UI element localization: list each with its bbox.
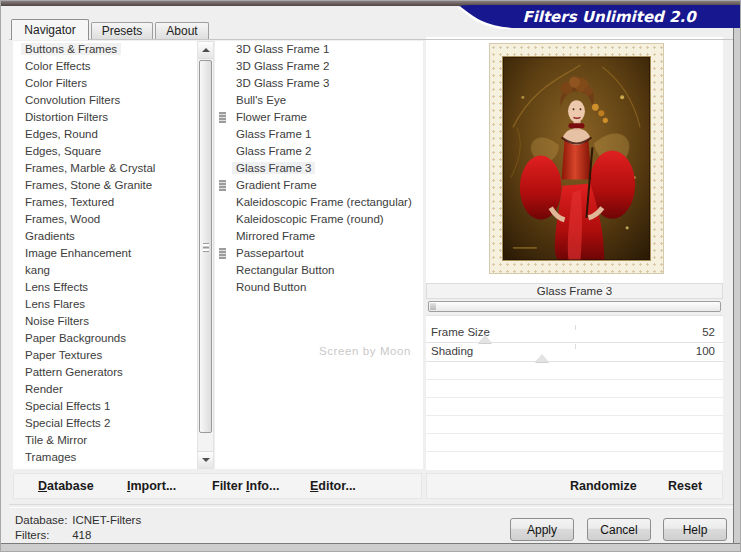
editor-button[interactable]: Editor...	[310, 479, 356, 493]
category-item-label: Special Effects 2	[21, 417, 114, 429]
status-label: Filters:	[15, 528, 69, 543]
filter-list: 3D Glass Frame 13D Glass Frame 23D Glass…	[215, 41, 423, 469]
category-item[interactable]: Frames, Marble & Crystal	[13, 160, 197, 177]
category-scrollbar[interactable]	[197, 41, 214, 469]
category-item[interactable]: Frames, Textured	[13, 194, 197, 211]
arrow-up-icon	[202, 48, 210, 52]
category-item[interactable]: Render	[13, 381, 197, 398]
filter-item-label: 3D Glass Frame 3	[232, 77, 333, 89]
filter-item[interactable]: Mirrored Frame	[215, 228, 423, 245]
category-item[interactable]: Pattern Generators	[13, 364, 197, 381]
scrollbar-thumb[interactable]	[199, 60, 212, 433]
category-item-label: Color Effects	[21, 60, 95, 72]
filter-item-label: Passepartout	[232, 247, 308, 259]
filter-item[interactable]: Kaleidoscopic Frame (round)	[215, 211, 423, 228]
preview-image	[502, 56, 651, 261]
category-item[interactable]: Lens Effects	[13, 279, 197, 296]
tab-navigator[interactable]: Navigator	[11, 19, 89, 40]
category-item-label: Edges, Round	[21, 128, 102, 140]
progress-fill	[430, 303, 436, 310]
watermark-text: Screen by Moon	[285, 345, 445, 357]
filter-item-label: Glass Frame 3	[232, 162, 315, 174]
category-item[interactable]: Lens Flares	[13, 296, 197, 313]
slider-center-tick	[575, 344, 576, 349]
category-item-label: Frames, Textured	[21, 196, 118, 208]
category-item-label: Convolution Filters	[21, 94, 124, 106]
category-item[interactable]: Color Effects	[13, 58, 197, 75]
filter-item[interactable]: Glass Frame 1	[215, 126, 423, 143]
category-item[interactable]: Frames, Stone & Granite	[13, 177, 197, 194]
filter-item[interactable]: Glass Frame 3	[215, 160, 423, 177]
reset-button[interactable]: Reset	[668, 479, 702, 493]
slider-row[interactable]: Frame Size52	[426, 324, 723, 343]
category-item-label: Frames, Stone & Granite	[21, 179, 156, 191]
category-item[interactable]: Gradients	[13, 228, 197, 245]
filter-item[interactable]: Round Button	[215, 279, 423, 296]
filter-item[interactable]: 3D Glass Frame 3	[215, 75, 423, 92]
slider-value: 100	[696, 345, 715, 357]
category-item-label: Color Filters	[21, 77, 91, 89]
category-item-label: kang	[21, 264, 54, 276]
cancel-button[interactable]: Cancel	[587, 518, 651, 541]
status-separator	[9, 504, 735, 508]
filter-item-label: Glass Frame 2	[232, 145, 315, 157]
tab-presets[interactable]: Presets	[91, 22, 153, 39]
category-item[interactable]: Distortion Filters	[13, 109, 197, 126]
window-right-border	[733, 1, 740, 552]
slider-label: Shading	[431, 345, 473, 357]
category-item[interactable]: Image Enhancement	[13, 245, 197, 262]
category-item[interactable]: Edges, Round	[13, 126, 197, 143]
title-banner: Filters Unlimited 2.0	[421, 5, 741, 29]
filters-unlimited-window: Filters Unlimited 2.0 Navigator Presets …	[0, 0, 741, 552]
category-item[interactable]: Edges, Square	[13, 143, 197, 160]
category-item[interactable]: Noise Filters	[13, 313, 197, 330]
filter-item[interactable]: Bull's Eye	[215, 92, 423, 109]
category-item-label: Frames, Marble & Crystal	[21, 162, 159, 174]
category-item[interactable]: Special Effects 1	[13, 398, 197, 415]
filter-item[interactable]: 3D Glass Frame 1	[215, 41, 423, 58]
tab-about[interactable]: About	[155, 22, 209, 39]
import-button[interactable]: Import...	[127, 479, 176, 493]
slider-value: 52	[702, 326, 715, 338]
slider-row[interactable]: Shading100	[426, 343, 723, 362]
status-value: 418	[72, 529, 91, 541]
slider-thumb[interactable]	[478, 335, 492, 343]
category-item[interactable]: Color Filters	[13, 75, 197, 92]
category-item[interactable]: Special Effects 2	[13, 415, 197, 432]
category-item[interactable]: Buttons & Frames	[13, 41, 197, 58]
category-item[interactable]: Paper Textures	[13, 347, 197, 364]
scroll-down-button[interactable]	[198, 451, 213, 468]
arrow-down-icon	[202, 458, 210, 462]
filter-item-label: Rectangular Button	[232, 264, 338, 276]
category-item[interactable]: Tramages	[13, 449, 197, 466]
apply-button[interactable]: Apply	[510, 518, 574, 541]
progress-bar	[428, 301, 721, 312]
category-item-label: Special Effects 1	[21, 400, 114, 412]
category-item[interactable]: Frames, Wood	[13, 211, 197, 228]
filter-item[interactable]: Rectangular Button	[215, 262, 423, 279]
tab-strip-line	[9, 39, 735, 40]
category-item[interactable]: Convolution Filters	[13, 92, 197, 109]
status-value: ICNET-Filters	[72, 514, 141, 526]
randomize-button[interactable]: Randomize	[570, 479, 637, 493]
filter-item[interactable]: Passepartout	[215, 245, 423, 262]
filter-item-label: Kaleidoscopic Frame (rectangular)	[232, 196, 416, 208]
filter-item[interactable]: Kaleidoscopic Frame (rectangular)	[215, 194, 423, 211]
filter-item-label: Bull's Eye	[232, 94, 290, 106]
help-button[interactable]: Help	[663, 518, 727, 541]
scroll-up-button[interactable]	[198, 42, 213, 59]
filter-item[interactable]: Glass Frame 2	[215, 143, 423, 160]
category-item-label: Paper Backgrounds	[21, 332, 130, 344]
preset-mark-icon	[219, 180, 226, 191]
category-item[interactable]: kang	[13, 262, 197, 279]
database-button[interactable]: Database	[38, 479, 94, 493]
slider-thumb[interactable]	[535, 354, 549, 362]
category-item[interactable]: Tile & Mirror	[13, 432, 197, 449]
category-item-label: Lens Effects	[21, 281, 92, 293]
filter-item[interactable]: Flower Frame	[215, 109, 423, 126]
filter-item[interactable]: Gradient Frame	[215, 177, 423, 194]
filter-info-button[interactable]: Filter Info...	[212, 479, 279, 493]
filter-item[interactable]: 3D Glass Frame 2	[215, 58, 423, 75]
category-item[interactable]: Paper Backgrounds	[13, 330, 197, 347]
filter-item-label: 3D Glass Frame 1	[232, 43, 333, 55]
